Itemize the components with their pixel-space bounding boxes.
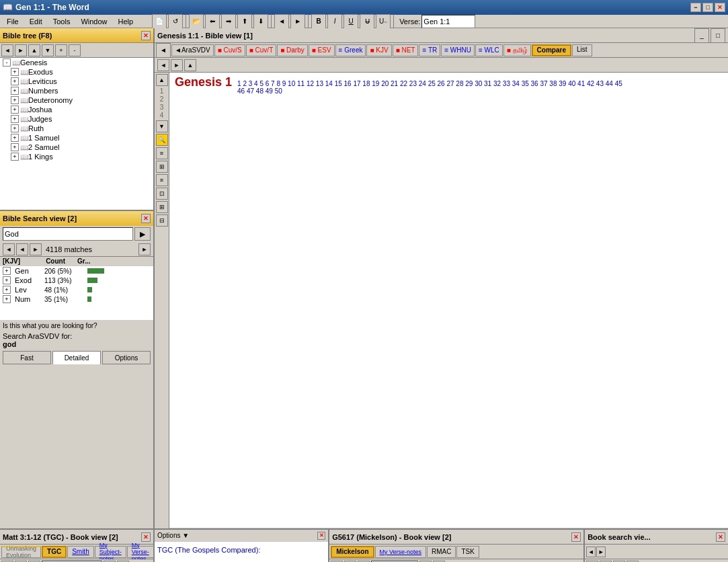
ver-tab-tamil[interactable]: ■ தமிழ் xyxy=(503,44,531,56)
tree-expand-deut[interactable]: + xyxy=(11,96,19,104)
tree-genesis[interactable]: - 📖 Genesis xyxy=(0,58,153,67)
ver-tab-darby[interactable]: ■ Darby xyxy=(277,44,308,56)
nav-btn-2[interactable]: ≡ xyxy=(156,147,168,159)
bold-button[interactable]: B xyxy=(311,14,326,29)
maximize-button[interactable]: □ xyxy=(702,3,713,12)
tab-subj[interactable]: My Subject-notes xyxy=(95,546,126,558)
prev-chap-button[interactable]: ◄ xyxy=(274,14,289,29)
tab-verse[interactable]: My Verse-notes xyxy=(127,546,154,558)
tree-expand-genesis[interactable]: - xyxy=(3,58,11,67)
strike-button[interactable]: U̶ xyxy=(360,14,374,29)
ver-tab-kjv[interactable]: ■ KJV xyxy=(366,44,391,56)
tree-expand-1sam[interactable]: + xyxy=(11,134,19,142)
new-button[interactable]: 📄 xyxy=(152,14,167,29)
ver-tab-esv[interactable]: ■ ESV xyxy=(309,44,335,56)
bsearch-nav-l[interactable]: ◄ xyxy=(586,547,596,557)
verse-input[interactable] xyxy=(421,15,475,28)
nav-btn-7[interactable]: ⊟ xyxy=(156,214,168,227)
bible-min-btn[interactable]: _ xyxy=(694,28,709,43)
exod-expand[interactable]: + xyxy=(3,276,11,284)
search-input[interactable] xyxy=(3,227,133,241)
ver-tab-cuvs[interactable]: ■ Cuv/S xyxy=(214,44,245,56)
book-search-close[interactable]: ✕ xyxy=(716,532,725,542)
tree-numbers[interactable]: + 📖 Numbers xyxy=(0,86,153,95)
tree-expand-exodus[interactable]: + xyxy=(11,68,19,76)
italic-button[interactable]: I xyxy=(327,14,342,29)
scroll-up-btn[interactable]: ▲ xyxy=(156,74,168,86)
menu-window[interactable]: Window xyxy=(75,16,112,27)
nav-btn-6[interactable]: ⊞ xyxy=(156,201,168,213)
tab-smith[interactable]: Smith xyxy=(67,546,94,558)
ver-tab-tr[interactable]: ≡ TR xyxy=(419,44,440,56)
open-button[interactable]: 📂 xyxy=(189,14,204,29)
search-go-button[interactable]: ▶ xyxy=(134,227,151,241)
compare-button[interactable]: Compare xyxy=(532,44,571,56)
search-prev[interactable]: ◄ xyxy=(3,243,15,255)
tree-judges[interactable]: + 📖 Judges xyxy=(0,114,153,124)
result-exod[interactable]: + Exod 113 (3%) xyxy=(0,276,153,285)
nav-prev-btn[interactable]: ◄ xyxy=(157,59,169,71)
scroll-down-btn[interactable]: ▼ xyxy=(156,120,168,132)
bible-max-btn[interactable]: □ xyxy=(711,28,725,43)
tree-expand-1kings[interactable]: + xyxy=(11,153,19,161)
menu-file[interactable]: File xyxy=(1,16,24,27)
result-gen[interactable]: + Gen 206 (5%) xyxy=(0,266,153,276)
ver-tab-nav-left[interactable]: ◄ xyxy=(156,43,171,58)
tree-expand-lev[interactable]: + xyxy=(11,77,19,85)
tree-up[interactable]: ▲ xyxy=(28,44,40,56)
close-button[interactable]: ✕ xyxy=(715,3,725,12)
tree-leviticus[interactable]: + 📖 Leviticus xyxy=(0,77,153,86)
down-button[interactable]: ⬇ xyxy=(253,14,268,29)
result-lev[interactable]: + Lev 48 (1%) xyxy=(0,285,153,294)
menu-edit[interactable]: Edit xyxy=(24,16,48,27)
gen-expand[interactable]: + xyxy=(3,267,11,275)
tree-collapse-all[interactable]: - xyxy=(69,44,81,56)
tab-mick-verse[interactable]: My Verse-notes xyxy=(375,546,427,558)
next-chap-button[interactable]: ► xyxy=(290,14,305,29)
fast-mode-btn[interactable]: Fast xyxy=(3,351,51,364)
nav-up-btn[interactable]: ▲ xyxy=(184,59,196,71)
tree-deut[interactable]: + 📖 Deuteronomy xyxy=(0,95,153,105)
tab-mick[interactable]: Mickelson xyxy=(331,546,374,558)
bsearch-nav-r[interactable]: ► xyxy=(596,547,606,557)
mick-close[interactable]: ✕ xyxy=(571,532,581,542)
ver-tab-cuvt[interactable]: ■ Cuv/T xyxy=(246,44,277,56)
search-next[interactable]: ► xyxy=(138,243,151,255)
tree-down[interactable]: ▼ xyxy=(42,44,54,56)
tree-2sam[interactable]: + 📖 2 Samuel xyxy=(0,143,153,152)
tree-back[interactable]: ◄ xyxy=(1,44,13,56)
tab-unmask[interactable]: Unmasking Evolution xyxy=(1,546,41,558)
options-mode-btn[interactable]: Options xyxy=(102,351,151,364)
list-button[interactable]: List xyxy=(572,44,592,56)
ver-tab-greek[interactable]: ≡ Greek xyxy=(335,44,366,56)
search-btn[interactable]: 🔍 xyxy=(156,134,168,146)
tree-expand-judg[interactable]: + xyxy=(11,115,19,123)
search-close[interactable]: ✕ xyxy=(141,214,151,223)
menu-help[interactable]: Help xyxy=(113,16,139,27)
result-num[interactable]: + Num 35 (1%) xyxy=(0,294,153,304)
tree-ruth[interactable]: + 📖 Ruth xyxy=(0,124,153,133)
minimize-button[interactable]: − xyxy=(690,3,701,12)
lev-expand[interactable]: + xyxy=(3,286,11,294)
tab-mick-tsk[interactable]: TSK xyxy=(456,546,479,558)
matt-close[interactable]: ✕ xyxy=(141,532,151,542)
tree-1sam[interactable]: + 📖 1 Samuel xyxy=(0,133,153,143)
ver-tab-arasvdv[interactable]: ◄ AraSVDV xyxy=(171,44,214,56)
tree-expand-josh[interactable]: + xyxy=(11,106,19,114)
tgc-link[interactable]: TGC (The Gospels Compared): xyxy=(157,546,260,554)
tab-mick-rmac[interactable]: RMAC xyxy=(427,546,456,558)
tree-fwd[interactable]: ► xyxy=(15,44,27,56)
nav-btn-3[interactable]: ⊞ xyxy=(156,161,168,173)
tree-1kings[interactable]: + 📖 1 Kings xyxy=(0,152,153,161)
back-button[interactable]: ⬅ xyxy=(205,14,220,29)
forward-button[interactable]: ➡ xyxy=(221,14,236,29)
menu-tools[interactable]: Tools xyxy=(48,16,76,27)
refresh-button[interactable]: ↺ xyxy=(168,14,183,29)
tree-exodus[interactable]: + 📖 Exodus xyxy=(0,67,153,77)
tree-joshua[interactable]: + 📖 Joshua xyxy=(0,105,153,114)
ver-tab-wlc[interactable]: ≡ WLC xyxy=(475,44,503,56)
detailed-mode-btn[interactable]: Detailed xyxy=(52,351,101,364)
tree-expand-all[interactable]: + xyxy=(55,44,67,56)
up-button[interactable]: ⬆ xyxy=(237,14,252,29)
tab-tgc[interactable]: TGC xyxy=(42,546,67,558)
